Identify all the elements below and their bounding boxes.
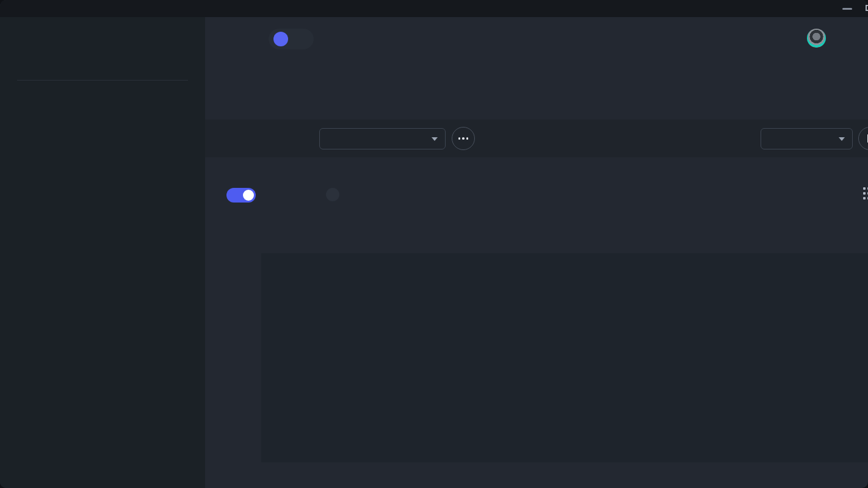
help-icon[interactable] bbox=[326, 188, 339, 201]
sidebar bbox=[0, 17, 205, 488]
sample-audio-dropdown[interactable] bbox=[761, 128, 853, 149]
minimize-button[interactable] bbox=[842, 8, 852, 10]
more-options-button[interactable] bbox=[452, 127, 475, 150]
gamepad-icon bbox=[227, 129, 248, 148]
user-avatar[interactable] bbox=[807, 29, 826, 48]
steelseries-logo-icon bbox=[327, 134, 337, 144]
chevron-down-icon bbox=[839, 137, 845, 141]
chevron-down-icon bbox=[432, 137, 438, 141]
equalizer-menu-icon[interactable] bbox=[863, 187, 868, 199]
maximize-button[interactable] bbox=[866, 5, 868, 11]
discord-icon bbox=[273, 32, 288, 46]
app-logo bbox=[17, 45, 188, 73]
discord-banner bbox=[269, 29, 314, 49]
equalizer-toggle[interactable] bbox=[226, 188, 256, 203]
configuration-dropdown[interactable] bbox=[319, 128, 446, 149]
title-bar bbox=[0, 0, 868, 17]
sonar-app-window bbox=[0, 0, 868, 488]
sidebar-divider bbox=[17, 80, 188, 81]
equalizer-plot[interactable] bbox=[261, 253, 868, 462]
steelseries-logo-icon bbox=[17, 48, 39, 70]
